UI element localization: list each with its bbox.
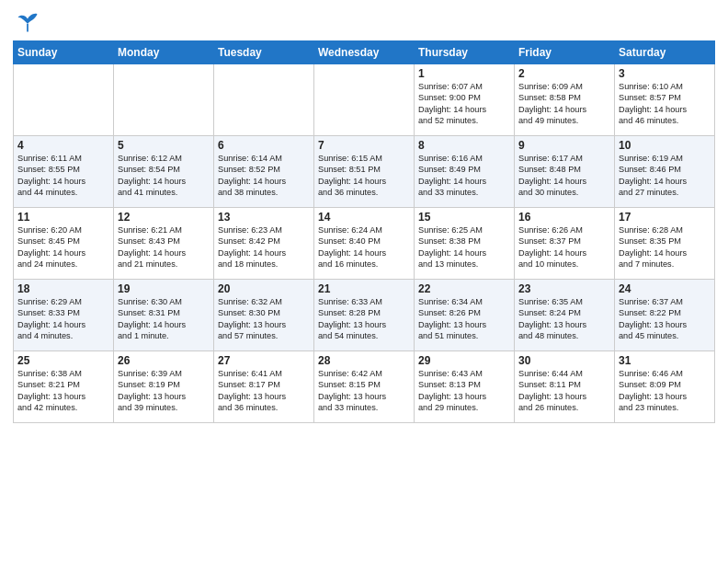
weekday-header-monday: Monday: [114, 41, 214, 64]
day-info: Sunrise: 6:23 AM Sunset: 8:42 PM Dayligh…: [218, 224, 310, 270]
day-info: Sunrise: 6:32 AM Sunset: 8:30 PM Dayligh…: [218, 296, 310, 342]
logo: [13, 13, 40, 35]
calendar-cell: 14Sunrise: 6:24 AM Sunset: 8:40 PM Dayli…: [314, 208, 415, 280]
calendar-cell: 24Sunrise: 6:37 AM Sunset: 8:22 PM Dayli…: [615, 280, 715, 351]
calendar-cell: 26Sunrise: 6:39 AM Sunset: 8:19 PM Dayli…: [114, 351, 214, 423]
calendar-week-row: 18Sunrise: 6:29 AM Sunset: 8:33 PM Dayli…: [14, 280, 715, 351]
calendar-table: SundayMondayTuesdayWednesdayThursdayFrid…: [13, 40, 715, 423]
day-info: Sunrise: 6:28 AM Sunset: 8:35 PM Dayligh…: [619, 224, 711, 270]
day-info: Sunrise: 6:30 AM Sunset: 8:31 PM Dayligh…: [118, 296, 210, 342]
day-number: 30: [518, 354, 610, 367]
day-number: 31: [619, 354, 711, 367]
calendar-week-row: 11Sunrise: 6:20 AM Sunset: 8:45 PM Dayli…: [14, 208, 715, 280]
calendar-week-row: 25Sunrise: 6:38 AM Sunset: 8:21 PM Dayli…: [14, 351, 715, 423]
day-info: Sunrise: 6:16 AM Sunset: 8:49 PM Dayligh…: [418, 153, 510, 199]
day-info: Sunrise: 6:46 AM Sunset: 8:09 PM Dayligh…: [619, 368, 711, 414]
day-info: Sunrise: 6:34 AM Sunset: 8:26 PM Dayligh…: [418, 296, 510, 342]
calendar-cell: 6Sunrise: 6:14 AM Sunset: 8:52 PM Daylig…: [214, 136, 314, 208]
calendar-cell: [14, 64, 114, 136]
day-info: Sunrise: 6:44 AM Sunset: 8:11 PM Dayligh…: [518, 368, 610, 414]
day-number: 12: [118, 211, 210, 224]
day-info: Sunrise: 6:11 AM Sunset: 8:55 PM Dayligh…: [17, 153, 109, 199]
header: [13, 9, 715, 35]
calendar-week-row: 1Sunrise: 6:07 AM Sunset: 9:00 PM Daylig…: [14, 64, 715, 136]
day-number: 29: [418, 354, 510, 367]
day-number: 14: [318, 211, 410, 224]
calendar-cell: 10Sunrise: 6:19 AM Sunset: 8:46 PM Dayli…: [615, 136, 715, 208]
calendar-cell: 2Sunrise: 6:09 AM Sunset: 8:58 PM Daylig…: [515, 64, 615, 136]
day-info: Sunrise: 6:29 AM Sunset: 8:33 PM Dayligh…: [17, 296, 109, 342]
calendar-cell: 9Sunrise: 6:17 AM Sunset: 8:48 PM Daylig…: [515, 136, 615, 208]
day-info: Sunrise: 6:37 AM Sunset: 8:22 PM Dayligh…: [619, 296, 711, 342]
day-number: 18: [17, 282, 109, 295]
weekday-header-wednesday: Wednesday: [314, 41, 415, 64]
day-number: 20: [218, 282, 310, 295]
calendar-cell: 12Sunrise: 6:21 AM Sunset: 8:43 PM Dayli…: [114, 208, 214, 280]
calendar-cell: 5Sunrise: 6:12 AM Sunset: 8:54 PM Daylig…: [114, 136, 214, 208]
day-number: 10: [619, 139, 711, 152]
day-info: Sunrise: 6:17 AM Sunset: 8:48 PM Dayligh…: [518, 153, 610, 199]
day-info: Sunrise: 6:43 AM Sunset: 8:13 PM Dayligh…: [418, 368, 510, 414]
calendar-cell: 15Sunrise: 6:25 AM Sunset: 8:38 PM Dayli…: [415, 208, 515, 280]
weekday-header-row: SundayMondayTuesdayWednesdayThursdayFrid…: [14, 41, 715, 64]
calendar-cell: 27Sunrise: 6:41 AM Sunset: 8:17 PM Dayli…: [214, 351, 314, 423]
calendar-cell: 11Sunrise: 6:20 AM Sunset: 8:45 PM Dayli…: [14, 208, 114, 280]
day-number: 1: [418, 67, 510, 80]
calendar-cell: 4Sunrise: 6:11 AM Sunset: 8:55 PM Daylig…: [14, 136, 114, 208]
day-number: 9: [518, 139, 610, 152]
day-info: Sunrise: 6:41 AM Sunset: 8:17 PM Dayligh…: [218, 368, 310, 414]
day-info: Sunrise: 6:42 AM Sunset: 8:15 PM Dayligh…: [318, 368, 410, 414]
day-number: 16: [518, 211, 610, 224]
day-number: 21: [318, 282, 410, 295]
day-number: 22: [418, 282, 510, 295]
calendar-cell: 31Sunrise: 6:46 AM Sunset: 8:09 PM Dayli…: [615, 351, 715, 423]
day-info: Sunrise: 6:21 AM Sunset: 8:43 PM Dayligh…: [118, 224, 210, 270]
day-info: Sunrise: 6:26 AM Sunset: 8:37 PM Dayligh…: [518, 224, 610, 270]
calendar-cell: 21Sunrise: 6:33 AM Sunset: 8:28 PM Dayli…: [314, 280, 415, 351]
day-number: 24: [619, 282, 711, 295]
day-info: Sunrise: 6:24 AM Sunset: 8:40 PM Dayligh…: [318, 224, 410, 270]
day-info: Sunrise: 6:09 AM Sunset: 8:58 PM Dayligh…: [518, 81, 610, 127]
calendar-week-row: 4Sunrise: 6:11 AM Sunset: 8:55 PM Daylig…: [14, 136, 715, 208]
day-info: Sunrise: 6:12 AM Sunset: 8:54 PM Dayligh…: [118, 153, 210, 199]
day-number: 4: [17, 139, 109, 152]
day-number: 28: [318, 354, 410, 367]
day-info: Sunrise: 6:25 AM Sunset: 8:38 PM Dayligh…: [418, 224, 510, 270]
day-number: 13: [218, 211, 310, 224]
day-info: Sunrise: 6:10 AM Sunset: 8:57 PM Dayligh…: [619, 81, 711, 127]
day-number: 11: [17, 211, 109, 224]
day-number: 15: [418, 211, 510, 224]
day-number: 19: [118, 282, 210, 295]
calendar-cell: 1Sunrise: 6:07 AM Sunset: 9:00 PM Daylig…: [415, 64, 515, 136]
calendar-cell: 3Sunrise: 6:10 AM Sunset: 8:57 PM Daylig…: [615, 64, 715, 136]
calendar-cell: 29Sunrise: 6:43 AM Sunset: 8:13 PM Dayli…: [415, 351, 515, 423]
day-info: Sunrise: 6:35 AM Sunset: 8:24 PM Dayligh…: [518, 296, 610, 342]
calendar-cell: 17Sunrise: 6:28 AM Sunset: 8:35 PM Dayli…: [615, 208, 715, 280]
weekday-header-sunday: Sunday: [14, 41, 114, 64]
day-info: Sunrise: 6:39 AM Sunset: 8:19 PM Dayligh…: [118, 368, 210, 414]
day-info: Sunrise: 6:33 AM Sunset: 8:28 PM Dayligh…: [318, 296, 410, 342]
calendar-cell: 18Sunrise: 6:29 AM Sunset: 8:33 PM Dayli…: [14, 280, 114, 351]
day-number: 6: [218, 139, 310, 152]
day-info: Sunrise: 6:07 AM Sunset: 9:00 PM Dayligh…: [418, 81, 510, 127]
calendar-cell: 8Sunrise: 6:16 AM Sunset: 8:49 PM Daylig…: [415, 136, 515, 208]
calendar-cell: 22Sunrise: 6:34 AM Sunset: 8:26 PM Dayli…: [415, 280, 515, 351]
day-number: 5: [118, 139, 210, 152]
calendar-cell: 30Sunrise: 6:44 AM Sunset: 8:11 PM Dayli…: [515, 351, 615, 423]
day-number: 17: [619, 211, 711, 224]
weekday-header-thursday: Thursday: [415, 41, 515, 64]
calendar-cell: 20Sunrise: 6:32 AM Sunset: 8:30 PM Dayli…: [214, 280, 314, 351]
day-number: 2: [518, 67, 610, 80]
day-info: Sunrise: 6:15 AM Sunset: 8:51 PM Dayligh…: [318, 153, 410, 199]
weekday-header-saturday: Saturday: [615, 41, 715, 64]
day-number: 23: [518, 282, 610, 295]
day-number: 27: [218, 354, 310, 367]
day-info: Sunrise: 6:19 AM Sunset: 8:46 PM Dayligh…: [619, 153, 711, 199]
day-number: 26: [118, 354, 210, 367]
calendar-cell: 25Sunrise: 6:38 AM Sunset: 8:21 PM Dayli…: [14, 351, 114, 423]
day-info: Sunrise: 6:14 AM Sunset: 8:52 PM Dayligh…: [218, 153, 310, 199]
calendar-cell: [314, 64, 415, 136]
day-number: 8: [418, 139, 510, 152]
calendar-cell: 13Sunrise: 6:23 AM Sunset: 8:42 PM Dayli…: [214, 208, 314, 280]
calendar-cell: [114, 64, 214, 136]
